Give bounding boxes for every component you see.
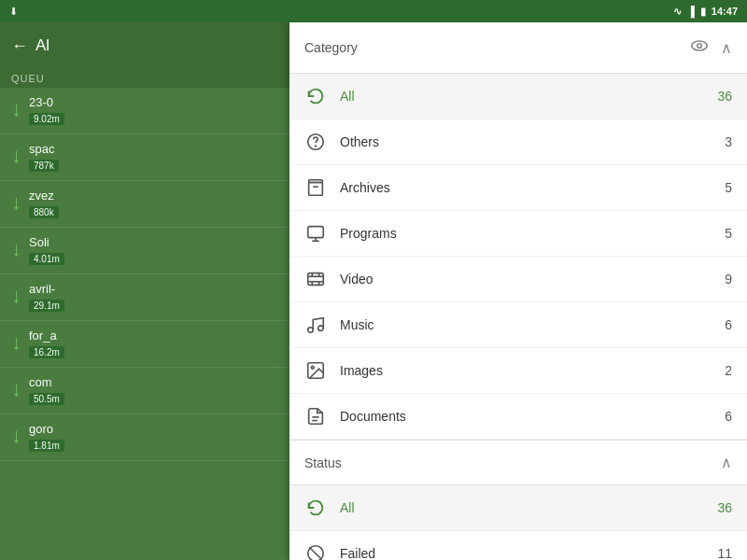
filter-label-all-cat: All xyxy=(340,89,704,104)
download-info: avril- 29.1m xyxy=(29,282,278,313)
download-size: 16.2m xyxy=(29,346,64,358)
left-header: ← Al xyxy=(0,22,289,69)
download-name: 23-0 xyxy=(29,95,278,109)
download-arrow-icon: ↓ xyxy=(11,284,21,308)
status-item-all-status[interactable]: All 36 xyxy=(289,485,747,531)
download-name: com xyxy=(29,375,278,389)
status-label-failed: Failed xyxy=(340,546,704,560)
status-item-failed[interactable]: Failed 11 xyxy=(289,531,747,560)
question-icon xyxy=(304,132,327,152)
svg-rect-5 xyxy=(309,183,323,196)
archive-icon xyxy=(304,177,327,198)
download-item[interactable]: ↓ for_a 16.2m xyxy=(0,321,289,368)
download-size: 50.5m xyxy=(29,393,64,405)
download-name: Soli xyxy=(29,235,278,249)
monitor-icon xyxy=(304,223,327,244)
svg-point-1 xyxy=(698,44,702,49)
status-title: Status xyxy=(304,455,342,470)
queue-label: QUEU xyxy=(0,69,289,88)
back-button[interactable]: ← xyxy=(11,36,28,56)
category-item-music[interactable]: Music 6 xyxy=(289,302,747,348)
download-name: zvez xyxy=(29,189,278,203)
category-item-others[interactable]: Others 3 xyxy=(289,119,747,165)
category-item-archives[interactable]: Archives 5 xyxy=(289,165,747,211)
download-name: avril- xyxy=(29,282,278,296)
wifi-icon: ∿ xyxy=(673,6,682,18)
download-name: for_a xyxy=(29,329,278,343)
block-icon xyxy=(304,543,327,560)
svg-line-24 xyxy=(309,547,321,559)
download-item[interactable]: ↓ Soli 4.01m xyxy=(0,228,289,274)
status-label-all-status: All xyxy=(340,500,704,515)
download-size: 787k xyxy=(29,160,59,172)
download-list: ↓ 23-0 9.02m ↓ spac 787k ↓ zvez 880k ↓ S… xyxy=(0,88,289,551)
svg-point-17 xyxy=(308,328,314,333)
category-item-images[interactable]: Images 2 xyxy=(289,348,747,394)
filter-label-video: Video xyxy=(340,272,712,287)
download-item[interactable]: ↓ 23-0 9.02m xyxy=(0,88,289,134)
app-icon: ⬇ xyxy=(9,6,18,18)
download-item[interactable]: ↓ goro 1.81m xyxy=(0,414,289,461)
download-arrow-icon: ↓ xyxy=(11,97,21,121)
status-bar: ⬇ ∿ ▐ ▮ 14:47 xyxy=(0,0,747,22)
status-collapse-icon[interactable]: ∧ xyxy=(721,454,732,471)
filter-label-others: Others xyxy=(340,134,712,149)
time-display: 14:47 xyxy=(712,6,738,17)
svg-point-0 xyxy=(692,41,708,50)
category-header-icons: ∧ xyxy=(689,35,732,60)
status-bar-left: ⬇ xyxy=(9,6,18,18)
download-size: 1.81m xyxy=(29,440,64,452)
download-item[interactable]: ↓ zvez 880k xyxy=(0,181,289,228)
collapse-icon[interactable]: ∧ xyxy=(721,39,732,57)
svg-rect-10 xyxy=(308,273,324,286)
filter-count-others: 3 xyxy=(725,134,732,149)
document-icon xyxy=(304,406,327,427)
download-arrow-icon: ↓ xyxy=(11,330,21,355)
category-title: Category xyxy=(304,40,358,55)
svg-rect-7 xyxy=(308,227,324,238)
download-size: 29.1m xyxy=(29,300,64,312)
refresh-icon xyxy=(304,86,327,106)
battery-icon: ▮ xyxy=(700,6,706,18)
download-item[interactable]: ↓ com 50.5m xyxy=(0,368,289,414)
filter-count-archives: 5 xyxy=(725,180,732,195)
filter-count-images: 2 xyxy=(725,363,732,378)
download-arrow-icon: ↓ xyxy=(11,237,21,261)
status-header: Status ∧ xyxy=(289,440,747,485)
svg-point-20 xyxy=(311,366,314,369)
svg-point-3 xyxy=(316,146,317,147)
download-item[interactable]: ↓ avril- 29.1m xyxy=(0,274,289,321)
right-panel[interactable]: Category ∧ All 36 Others xyxy=(289,22,747,560)
status-bar-right: ∿ ▐ ▮ 14:47 xyxy=(673,6,738,18)
download-info: goro 1.81m xyxy=(29,422,278,453)
download-size: 9.02m xyxy=(29,113,64,125)
download-name: spac xyxy=(29,142,278,156)
status-count-all-status: 36 xyxy=(717,500,732,515)
eye-icon[interactable] xyxy=(689,35,710,60)
category-header: Category ∧ xyxy=(289,22,747,74)
status-count-failed: 11 xyxy=(717,546,732,560)
svg-point-18 xyxy=(318,326,324,331)
download-item[interactable]: ↓ spac 787k xyxy=(0,134,289,181)
download-size: 4.01m xyxy=(29,253,64,265)
filter-label-music: Music xyxy=(340,317,712,332)
download-info: com 50.5m xyxy=(29,375,278,406)
download-size: 880k xyxy=(29,206,59,218)
download-name: goro xyxy=(29,422,278,436)
download-info: zvez 880k xyxy=(29,189,278,219)
filter-count-all-cat: 36 xyxy=(717,89,732,104)
category-item-video[interactable]: Video 9 xyxy=(289,257,747,302)
category-item-programs[interactable]: Programs 5 xyxy=(289,211,747,257)
filter-count-video: 9 xyxy=(725,272,732,287)
filter-label-documents: Documents xyxy=(340,409,712,424)
signal-icon: ▐ xyxy=(687,6,695,17)
filter-count-music: 6 xyxy=(725,317,732,332)
category-item-all-cat[interactable]: All 36 xyxy=(289,74,747,119)
download-info: Soli 4.01m xyxy=(29,235,278,266)
film-icon xyxy=(304,269,327,289)
left-panel: ← Al QUEU ↓ 23-0 9.02m ↓ spac 787k ↓ zve… xyxy=(0,22,289,560)
download-arrow-icon: ↓ xyxy=(11,424,21,448)
category-item-documents[interactable]: Documents 6 xyxy=(289,394,747,440)
download-arrow-icon: ↓ xyxy=(11,144,21,168)
filter-count-documents: 6 xyxy=(725,409,732,424)
